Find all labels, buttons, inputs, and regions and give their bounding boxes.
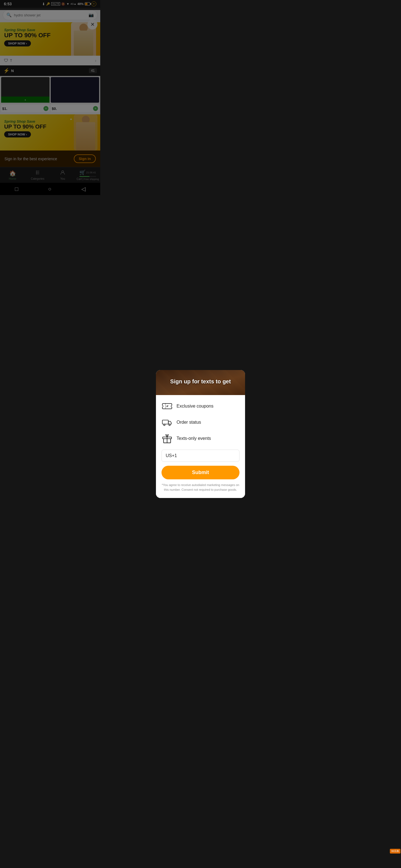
modal-overlay: Sign up for texts to get xyxy=(0,0,100,217)
